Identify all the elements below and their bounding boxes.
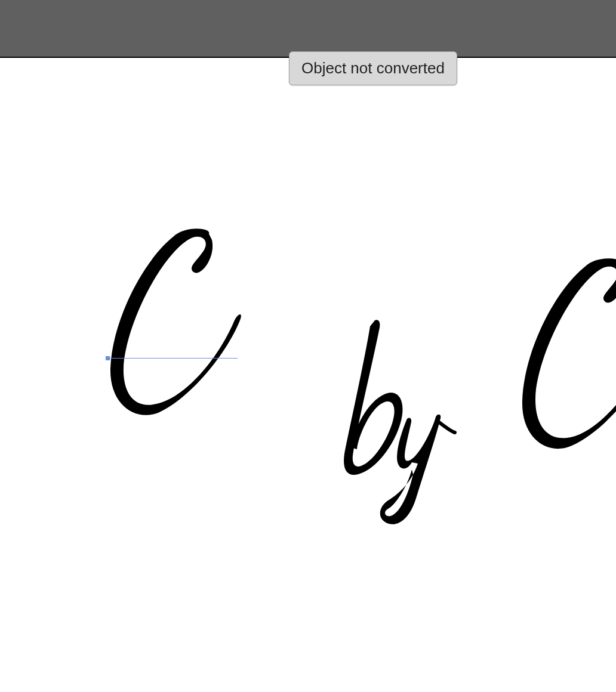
- tooltip-object-not-converted: Object not converted: [289, 51, 457, 85]
- toolbar: [0, 0, 616, 58]
- selection-handle[interactable]: [106, 356, 110, 360]
- selection-guideline[interactable]: [107, 358, 238, 359]
- glyph-c-1[interactable]: [84, 225, 263, 428]
- glyph-c-2[interactable]: [495, 255, 616, 469]
- canvas[interactable]: Object not converted: [0, 58, 616, 692]
- glyph-by[interactable]: [328, 314, 460, 529]
- tooltip-text: Object not converted: [301, 59, 445, 77]
